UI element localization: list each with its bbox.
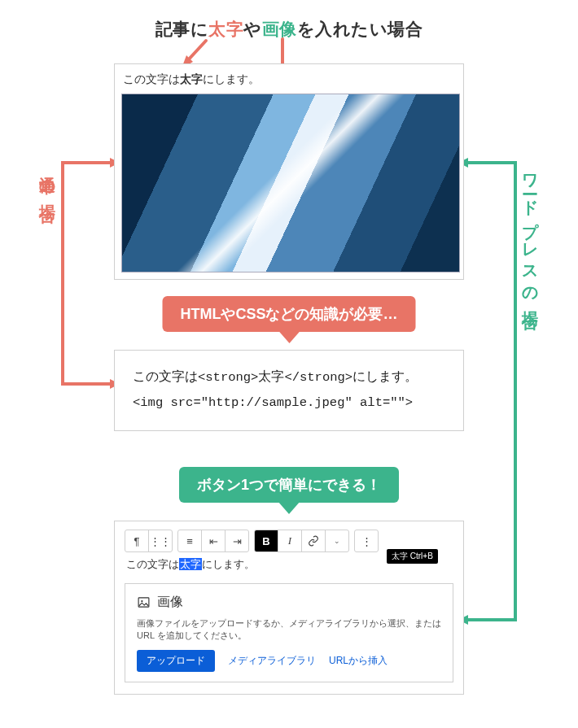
- image-block: 画像 画像ファイルをアップロードするか、メディアライブラリから選択、または UR…: [125, 583, 453, 682]
- image-block-title-text: 画像: [157, 594, 183, 611]
- media-library-link[interactable]: メディアライブラリ: [228, 654, 316, 668]
- heading-bold: 太字: [208, 20, 243, 38]
- side-label-normal: 通常の場合: [37, 163, 59, 198]
- toolbar-bold-button[interactable]: B: [255, 530, 278, 551]
- heading-post: を入れたい場合: [297, 20, 423, 38]
- toolbar-more-button[interactable]: ⌄: [325, 530, 348, 551]
- image-block-title: 画像: [137, 594, 441, 611]
- preview-image-placeholder: [121, 94, 460, 272]
- upload-button[interactable]: アップロード: [137, 650, 215, 672]
- insert-from-url-link[interactable]: URLから挿入: [329, 654, 388, 668]
- editor-line-post: にします。: [202, 558, 255, 570]
- code-line-img: <img src="http://sample.jpeg" alt="">: [133, 390, 445, 416]
- heading-pre: 記事に: [155, 20, 209, 38]
- toolbar-drag-handle-icon[interactable]: ⋮⋮: [148, 530, 172, 551]
- bracket-wordpress-icon: [468, 161, 517, 621]
- code-line-strong: この文字は<strong>太字</strong>にします。: [133, 365, 445, 390]
- preview-panel: この文字は太字にします。: [114, 63, 464, 280]
- image-block-actions: アップロード メディアライブラリ URLから挿入: [137, 650, 441, 672]
- toolbar-link-button[interactable]: [301, 530, 325, 551]
- image-icon: [137, 595, 151, 609]
- toolbar-outdent-button[interactable]: ⇤: [201, 530, 225, 551]
- preview-text-post: にします。: [203, 72, 260, 85]
- heading-img: 画像: [262, 20, 297, 38]
- wordpress-panel: ¶ ⋮⋮ ≡ ⇤ ⇥ B I ⌄ ⋮ 太字 Ctrl+B この文字は太字にします…: [114, 521, 464, 695]
- toolbar-pilcrow-button[interactable]: ¶: [125, 530, 148, 551]
- heading-mid: や: [243, 20, 262, 38]
- image-block-desc: 画像ファイルをアップロードするか、メディアライブラリから選択、または URL を…: [137, 617, 441, 642]
- toolbar-indent-button[interactable]: ⇥: [225, 530, 248, 551]
- editor-line-pre: この文字は: [126, 558, 179, 570]
- toolbar-italic-button[interactable]: I: [278, 530, 301, 551]
- preview-text: この文字は太字にします。: [123, 72, 457, 87]
- toolbar-align-button[interactable]: ≡: [178, 530, 201, 551]
- bold-tooltip: 太字 Ctrl+B: [387, 549, 438, 564]
- code-panel: この文字は<strong>太字</strong>にします。 <img src="…: [114, 350, 464, 431]
- bracket-normal-icon: [61, 161, 110, 386]
- caption-one-button: ボタン1つで簡単にできる！: [179, 467, 399, 503]
- svg-rect-4: [138, 598, 149, 607]
- side-label-wordpress: ワードプレスの場合: [519, 163, 541, 304]
- toolbar-options-button[interactable]: ⋮: [355, 530, 378, 551]
- svg-point-5: [141, 600, 142, 602]
- caption-html-required: HTMLやCSSなどの知識が必要…: [163, 296, 416, 332]
- editor-line-selection: 太字: [179, 558, 202, 570]
- preview-text-pre: この文字は: [123, 72, 180, 85]
- preview-text-bold: 太字: [180, 72, 203, 85]
